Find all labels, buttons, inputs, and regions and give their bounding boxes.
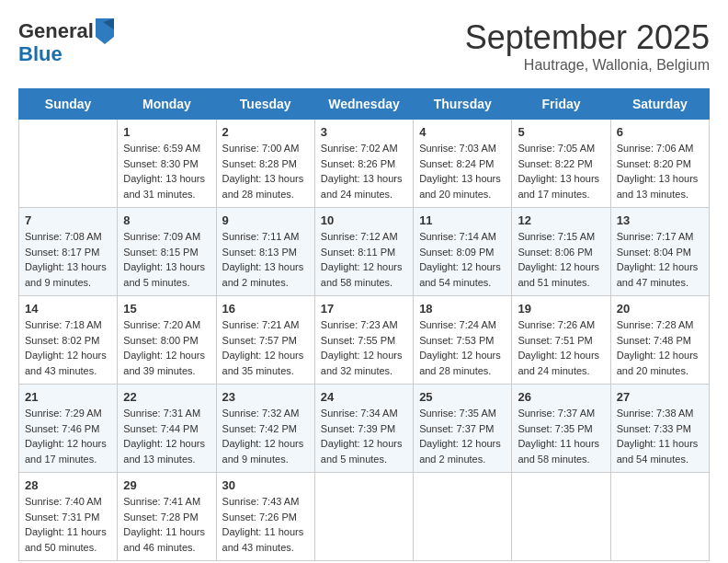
calendar-cell: 13Sunrise: 7:17 AM Sunset: 8:04 PM Dayli… bbox=[610, 208, 709, 296]
calendar-cell: 23Sunrise: 7:32 AM Sunset: 7:42 PM Dayli… bbox=[216, 385, 314, 473]
day-info: Sunrise: 7:38 AM Sunset: 7:33 PM Dayligh… bbox=[617, 406, 703, 466]
calendar-cell bbox=[19, 120, 118, 208]
header-day-wednesday: Wednesday bbox=[314, 89, 413, 120]
calendar-cell: 5Sunrise: 7:05 AM Sunset: 8:22 PM Daylig… bbox=[512, 120, 610, 208]
calendar-cell: 8Sunrise: 7:09 AM Sunset: 8:15 PM Daylig… bbox=[118, 208, 216, 296]
calendar-cell: 27Sunrise: 7:38 AM Sunset: 7:33 PM Dayli… bbox=[610, 385, 709, 473]
calendar-week-1: 1Sunrise: 6:59 AM Sunset: 8:30 PM Daylig… bbox=[19, 120, 710, 208]
day-info: Sunrise: 7:24 AM Sunset: 7:53 PM Dayligh… bbox=[419, 317, 506, 378]
calendar-cell: 3Sunrise: 7:02 AM Sunset: 8:26 PM Daylig… bbox=[314, 120, 413, 208]
day-info: Sunrise: 7:00 AM Sunset: 8:28 PM Dayligh… bbox=[222, 141, 309, 201]
calendar-cell: 20Sunrise: 7:28 AM Sunset: 7:48 PM Dayli… bbox=[610, 296, 709, 385]
day-number: 15 bbox=[123, 302, 210, 316]
calendar-body: 1Sunrise: 6:59 AM Sunset: 8:30 PM Daylig… bbox=[19, 120, 710, 561]
logo-text-general: General bbox=[18, 21, 94, 41]
header-day-friday: Friday bbox=[512, 89, 610, 120]
day-info: Sunrise: 7:12 AM Sunset: 8:11 PM Dayligh… bbox=[321, 229, 407, 290]
calendar-cell: 30Sunrise: 7:43 AM Sunset: 7:26 PM Dayli… bbox=[216, 473, 314, 561]
day-info: Sunrise: 7:28 AM Sunset: 7:48 PM Dayligh… bbox=[617, 317, 703, 378]
calendar-cell: 15Sunrise: 7:20 AM Sunset: 8:00 PM Dayli… bbox=[118, 296, 216, 385]
day-number: 26 bbox=[518, 390, 604, 404]
calendar-cell: 11Sunrise: 7:14 AM Sunset: 8:09 PM Dayli… bbox=[414, 208, 512, 296]
day-info: Sunrise: 7:41 AM Sunset: 7:28 PM Dayligh… bbox=[123, 494, 210, 555]
logo-icon bbox=[96, 18, 114, 44]
day-number: 25 bbox=[419, 390, 506, 404]
day-number: 28 bbox=[25, 478, 111, 492]
day-number: 10 bbox=[321, 213, 407, 227]
day-number: 4 bbox=[419, 125, 506, 139]
day-number: 27 bbox=[617, 390, 703, 404]
day-number: 16 bbox=[222, 302, 309, 316]
day-number: 11 bbox=[419, 213, 506, 227]
calendar-cell: 24Sunrise: 7:34 AM Sunset: 7:39 PM Dayli… bbox=[314, 385, 413, 473]
calendar-cell: 2Sunrise: 7:00 AM Sunset: 8:28 PM Daylig… bbox=[216, 120, 314, 208]
day-number: 24 bbox=[321, 390, 407, 404]
day-info: Sunrise: 6:59 AM Sunset: 8:30 PM Dayligh… bbox=[123, 141, 210, 201]
day-info: Sunrise: 7:35 AM Sunset: 7:37 PM Dayligh… bbox=[419, 406, 506, 466]
day-info: Sunrise: 7:29 AM Sunset: 7:46 PM Dayligh… bbox=[25, 406, 111, 466]
day-number: 8 bbox=[123, 213, 210, 227]
calendar-cell: 28Sunrise: 7:40 AM Sunset: 7:31 PM Dayli… bbox=[19, 473, 118, 561]
day-info: Sunrise: 7:08 AM Sunset: 8:17 PM Dayligh… bbox=[25, 229, 111, 290]
title-location: Hautrage, Wallonia, Belgium bbox=[465, 57, 710, 74]
day-number: 5 bbox=[518, 125, 604, 139]
calendar-cell: 26Sunrise: 7:37 AM Sunset: 7:35 PM Dayli… bbox=[512, 385, 610, 473]
calendar-cell: 4Sunrise: 7:03 AM Sunset: 8:24 PM Daylig… bbox=[414, 120, 512, 208]
day-number: 20 bbox=[617, 302, 703, 316]
header-day-sunday: Sunday bbox=[19, 89, 118, 120]
calendar-cell bbox=[314, 473, 413, 561]
calendar-cell: 25Sunrise: 7:35 AM Sunset: 7:37 PM Dayli… bbox=[414, 385, 512, 473]
day-info: Sunrise: 7:37 AM Sunset: 7:35 PM Dayligh… bbox=[518, 406, 604, 466]
header-day-thursday: Thursday bbox=[414, 89, 512, 120]
day-info: Sunrise: 7:31 AM Sunset: 7:44 PM Dayligh… bbox=[123, 406, 210, 466]
day-info: Sunrise: 7:11 AM Sunset: 8:13 PM Dayligh… bbox=[222, 229, 309, 290]
calendar-week-5: 28Sunrise: 7:40 AM Sunset: 7:31 PM Dayli… bbox=[19, 473, 710, 561]
day-number: 29 bbox=[123, 478, 210, 492]
day-number: 30 bbox=[222, 478, 309, 492]
day-number: 13 bbox=[617, 213, 703, 227]
calendar-cell bbox=[610, 473, 709, 561]
calendar-cell: 14Sunrise: 7:18 AM Sunset: 8:02 PM Dayli… bbox=[19, 296, 118, 385]
calendar-cell: 10Sunrise: 7:12 AM Sunset: 8:11 PM Dayli… bbox=[314, 208, 413, 296]
day-info: Sunrise: 7:18 AM Sunset: 8:02 PM Dayligh… bbox=[25, 317, 111, 378]
title-month: September 2025 bbox=[465, 18, 710, 57]
calendar-cell: 16Sunrise: 7:21 AM Sunset: 7:57 PM Dayli… bbox=[216, 296, 314, 385]
calendar-cell: 9Sunrise: 7:11 AM Sunset: 8:13 PM Daylig… bbox=[216, 208, 314, 296]
day-number: 14 bbox=[25, 302, 111, 316]
day-number: 23 bbox=[222, 390, 309, 404]
day-number: 18 bbox=[419, 302, 506, 316]
day-info: Sunrise: 7:23 AM Sunset: 7:55 PM Dayligh… bbox=[321, 317, 407, 378]
calendar-cell: 12Sunrise: 7:15 AM Sunset: 8:06 PM Dayli… bbox=[512, 208, 610, 296]
page-header: General Blue September 2025 Hautrage, Wa… bbox=[18, 18, 710, 74]
day-number: 22 bbox=[123, 390, 210, 404]
day-info: Sunrise: 7:03 AM Sunset: 8:24 PM Dayligh… bbox=[419, 141, 506, 201]
logo-text-blue: Blue bbox=[18, 42, 63, 65]
calendar-week-3: 14Sunrise: 7:18 AM Sunset: 8:02 PM Dayli… bbox=[19, 296, 710, 385]
header-day-monday: Monday bbox=[118, 89, 216, 120]
calendar-week-4: 21Sunrise: 7:29 AM Sunset: 7:46 PM Dayli… bbox=[19, 385, 710, 473]
day-info: Sunrise: 7:34 AM Sunset: 7:39 PM Dayligh… bbox=[321, 406, 407, 466]
day-number: 2 bbox=[222, 125, 309, 139]
calendar-week-2: 7Sunrise: 7:08 AM Sunset: 8:17 PM Daylig… bbox=[19, 208, 710, 296]
day-number: 12 bbox=[518, 213, 604, 227]
calendar-cell: 29Sunrise: 7:41 AM Sunset: 7:28 PM Dayli… bbox=[118, 473, 216, 561]
calendar-cell: 1Sunrise: 6:59 AM Sunset: 8:30 PM Daylig… bbox=[118, 120, 216, 208]
header-day-saturday: Saturday bbox=[610, 89, 709, 120]
header-day-tuesday: Tuesday bbox=[216, 89, 314, 120]
day-info: Sunrise: 7:09 AM Sunset: 8:15 PM Dayligh… bbox=[123, 229, 210, 290]
calendar-cell: 22Sunrise: 7:31 AM Sunset: 7:44 PM Dayli… bbox=[118, 385, 216, 473]
day-info: Sunrise: 7:06 AM Sunset: 8:20 PM Dayligh… bbox=[617, 141, 703, 201]
calendar-cell bbox=[512, 473, 610, 561]
day-info: Sunrise: 7:26 AM Sunset: 7:51 PM Dayligh… bbox=[518, 317, 604, 378]
calendar-header-row: SundayMondayTuesdayWednesdayThursdayFrid… bbox=[19, 89, 710, 120]
day-info: Sunrise: 7:05 AM Sunset: 8:22 PM Dayligh… bbox=[518, 141, 604, 201]
logo: General Blue bbox=[18, 18, 114, 64]
day-info: Sunrise: 7:17 AM Sunset: 8:04 PM Dayligh… bbox=[617, 229, 703, 290]
day-number: 7 bbox=[25, 213, 111, 227]
calendar-cell: 18Sunrise: 7:24 AM Sunset: 7:53 PM Dayli… bbox=[414, 296, 512, 385]
day-info: Sunrise: 7:15 AM Sunset: 8:06 PM Dayligh… bbox=[518, 229, 604, 290]
calendar-cell: 6Sunrise: 7:06 AM Sunset: 8:20 PM Daylig… bbox=[610, 120, 709, 208]
calendar-cell: 19Sunrise: 7:26 AM Sunset: 7:51 PM Dayli… bbox=[512, 296, 610, 385]
day-info: Sunrise: 7:02 AM Sunset: 8:26 PM Dayligh… bbox=[321, 141, 407, 201]
day-number: 3 bbox=[321, 125, 407, 139]
